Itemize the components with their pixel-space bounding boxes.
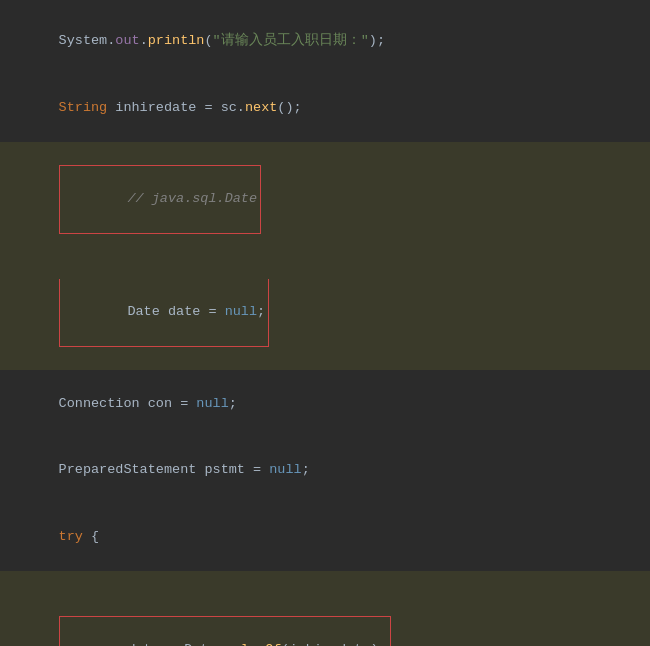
code-editor: System.out.println("请输入员工入职日期："); String… (0, 0, 650, 646)
code-line-6: PreparedStatement pstmt = null; (0, 437, 650, 504)
code-line-1: System.out.println("请输入员工入职日期："); (0, 8, 650, 75)
code-line-4: Date date = null; (0, 257, 650, 370)
code-line-8: date = Date.valueOf(inhiredate); (0, 571, 650, 646)
code-line-5: Connection con = null; (0, 370, 650, 437)
code-line-3: // java.sql.Date (0, 142, 650, 257)
code-line-2: String inhiredate = sc.next(); (0, 75, 650, 142)
code-line-7: try { (0, 504, 650, 571)
